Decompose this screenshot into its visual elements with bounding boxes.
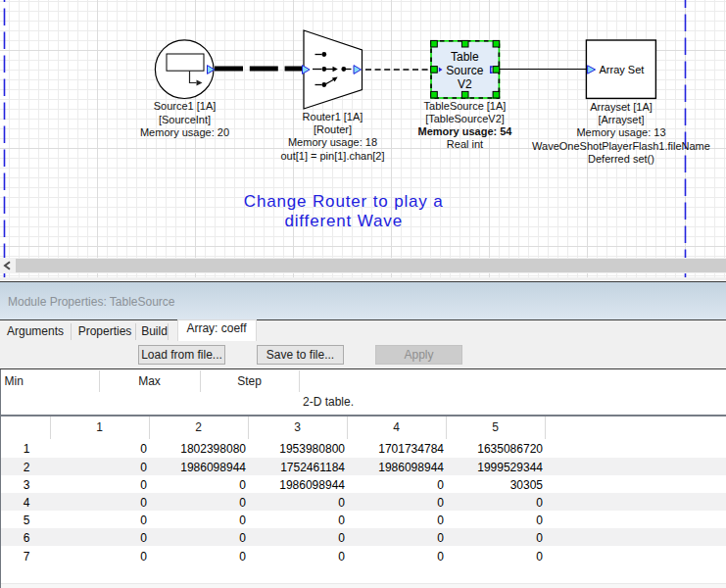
svg-text:WaveOneShotPlayerFlash1.fileNa: WaveOneShotPlayerFlash1.fileName [532, 140, 710, 152]
svg-text:Array Set: Array Set [600, 64, 645, 75]
svg-text:Router1 [1A]: Router1 [1A] [303, 111, 363, 122]
svg-text:Change Router to play a: Change Router to play a [244, 192, 444, 211]
svg-text:TableSource [1A]: TableSource [1A] [424, 100, 507, 112]
svg-text:Source: Source [446, 64, 483, 77]
svg-text:Table: Table [451, 50, 479, 64]
svg-text:Memory usage: 13: Memory usage: 13 [576, 126, 665, 138]
svg-text:Memory usage: 54: Memory usage: 54 [418, 125, 513, 137]
svg-text:[TableSourceV2]: [TableSourceV2] [425, 113, 505, 124]
svg-text:[SourceInt]: [SourceInt] [159, 114, 211, 125]
svg-text:Source1 [1A]: Source1 [1A] [154, 100, 217, 112]
svg-text:out[1] = pin[1].chan[2]: out[1] = pin[1].chan[2] [280, 150, 384, 162]
svg-text:Memory usage: 20: Memory usage: 20 [140, 126, 229, 138]
svg-text:[Arrayset]: [Arrayset] [598, 114, 644, 125]
svg-text:V2: V2 [458, 77, 472, 91]
svg-text:Real int: Real int [447, 138, 483, 150]
svg-text:Deferred set(): Deferred set() [588, 153, 654, 165]
svg-text:different Wave: different Wave [284, 212, 403, 230]
svg-text:[Router]: [Router] [314, 123, 352, 135]
svg-text:Arrayset [1A]: Arrayset [1A] [590, 101, 653, 113]
svg-text:Memory usage: 18: Memory usage: 18 [288, 136, 377, 148]
